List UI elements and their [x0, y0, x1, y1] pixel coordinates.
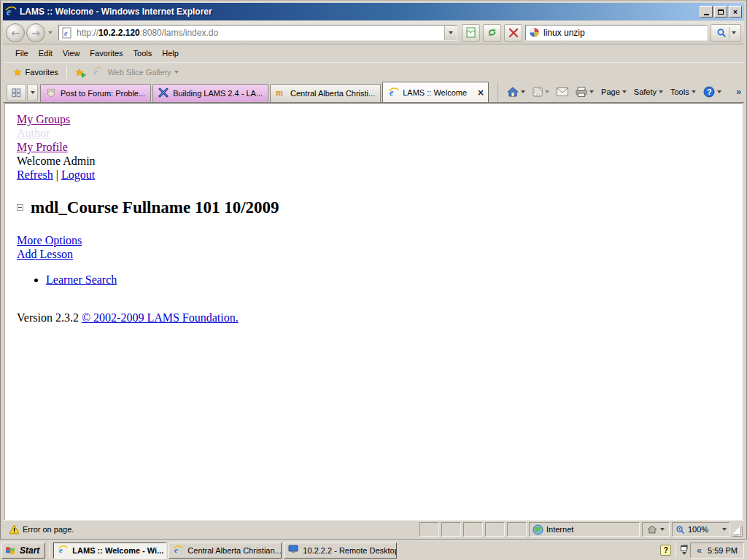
menu-edit[interactable]: Edit: [34, 47, 58, 60]
search-options-dropdown[interactable]: [732, 31, 736, 34]
taskbar-button-lams[interactable]: e LAMS :: Welcome - Wi...: [53, 542, 166, 559]
titlebar: e LAMS :: Welcome - Windows Internet Exp…: [3, 3, 744, 20]
printer-icon: [576, 87, 587, 97]
google-icon: [529, 27, 541, 39]
search-box[interactable]: linux unzip: [525, 25, 708, 41]
page-icon: e: [62, 27, 74, 39]
protected-mode-icon: [647, 525, 657, 534]
quick-tabs-button[interactable]: [7, 84, 26, 101]
version-text: Version 2.3.2: [17, 311, 79, 324]
zoom-control[interactable]: 100%: [672, 522, 730, 537]
learner-search-link[interactable]: Learner Search: [46, 273, 117, 286]
navigation-bar: ← → e http://10.2.2.120:8080/lams/index.…: [3, 21, 744, 44]
home-button[interactable]: [504, 85, 528, 99]
forum-page-icon: [46, 88, 58, 99]
svg-text:m: m: [276, 88, 283, 98]
version-line: Version 2.3.2 © 2002-2009 LAMS Foundatio…: [17, 311, 743, 324]
refresh-button[interactable]: [483, 24, 501, 42]
close-button[interactable]: ×: [729, 6, 742, 18]
ie-task-icon: e: [58, 545, 69, 556]
tray-expand-chevron[interactable]: «: [697, 545, 702, 556]
feeds-button[interactable]: [530, 85, 552, 99]
minimize-button[interactable]: [700, 6, 713, 18]
refresh-link[interactable]: Refresh: [17, 168, 53, 181]
menu-view[interactable]: View: [58, 47, 85, 60]
rss-icon: [533, 87, 543, 97]
stop-button[interactable]: [504, 24, 522, 42]
zoom-icon: [676, 525, 685, 534]
search-button[interactable]: [711, 24, 741, 42]
tab-close-icon[interactable]: ×: [477, 88, 484, 98]
safety-menu-button[interactable]: Safety: [631, 85, 666, 98]
clock: 5:59 PM: [708, 546, 738, 555]
logout-link[interactable]: Logout: [61, 168, 95, 181]
security-zone: Internet: [529, 522, 640, 537]
welcome-text: Welcome Admin: [17, 154, 743, 168]
add-lesson-link[interactable]: Add Lesson: [17, 248, 73, 260]
ie-task-icon: e: [173, 545, 185, 556]
taskbar-button-remote-desktop[interactable]: 10.2.2.2 - Remote Desktop: [284, 542, 397, 559]
my-groups-link[interactable]: My Groups: [17, 113, 70, 125]
help-icon: ?: [703, 86, 715, 98]
window-title: LAMS :: Welcome - Windows Internet Explo…: [20, 7, 700, 17]
tab-post-to-forum[interactable]: Post to Forum: Proble...: [40, 84, 151, 102]
ie-window: e LAMS :: Welcome - Windows Internet Exp…: [0, 0, 747, 540]
page-menu-button[interactable]: Page: [598, 85, 630, 98]
maximize-button[interactable]: [714, 6, 727, 18]
favorites-star-icon: ★: [13, 67, 23, 77]
favorites-bar: ★ Favorites ★ e Web Slice Gallery: [3, 62, 744, 82]
read-mail-button[interactable]: [554, 85, 571, 98]
globe-icon: [533, 524, 543, 535]
back-button[interactable]: ←: [6, 23, 25, 42]
tab-building-lams[interactable]: Building LAMS 2.4 - LA...: [152, 84, 268, 102]
menu-file[interactable]: File: [10, 47, 34, 60]
start-button[interactable]: Start: [1, 542, 45, 559]
add-favorite-star-icon: ★: [75, 67, 85, 77]
add-to-favorites-bar-button[interactable]: ★: [71, 66, 89, 79]
print-button[interactable]: [573, 85, 597, 99]
taskbar-button-central-alberta[interactable]: e Central Alberta Christian...: [169, 542, 282, 559]
course-heading: mdl_Course Fullname 101 10/2009: [17, 198, 743, 217]
tab-lams-welcome[interactable]: e LAMS :: Welcome ×: [382, 82, 489, 102]
collapse-icon[interactable]: [17, 204, 23, 211]
resize-grip[interactable]: [732, 526, 743, 537]
tab-central-alberta[interactable]: m Central Alberta Christi...: [270, 84, 381, 102]
more-options-link[interactable]: More Options: [17, 234, 82, 246]
tools-menu-button[interactable]: Tools: [667, 85, 699, 98]
menu-favorites[interactable]: Favorites: [85, 47, 128, 60]
command-bar: Page Safety Tools ? »: [498, 82, 744, 102]
zoom-level: 100%: [688, 525, 708, 534]
lams-logo-icon: [158, 88, 170, 99]
ie-logo-icon: e: [5, 6, 17, 18]
status-message: Error on page.: [6, 522, 417, 537]
windows-flag-icon: [5, 545, 17, 556]
home-icon: [507, 87, 519, 97]
address-bar[interactable]: e http://10.2.2.120:8080/lams/index.do: [58, 25, 457, 41]
protected-mode-button[interactable]: [642, 522, 670, 537]
address-dropdown-button[interactable]: [444, 26, 457, 40]
menu-tools[interactable]: Tools: [128, 47, 158, 60]
author-link[interactable]: Author: [17, 127, 50, 139]
command-overflow-chevron[interactable]: »: [736, 87, 744, 97]
tray-help-icon[interactable]: ?: [660, 545, 671, 556]
ie-small-icon: e: [93, 66, 104, 78]
desktop-screen: e LAMS :: Welcome - Windows Internet Exp…: [0, 0, 747, 560]
web-slice-gallery-button[interactable]: e Web Slice Gallery: [88, 65, 182, 79]
tab-list-dropdown-button[interactable]: [27, 84, 38, 101]
copyright-link[interactable]: © 2002-2009 LAMS Foundation.: [82, 311, 239, 324]
compatibility-view-button[interactable]: [462, 24, 480, 42]
menu-help[interactable]: Help: [157, 47, 184, 60]
moodle-icon: m: [276, 88, 287, 99]
page-content: My Groups Author My Profile Welcome Admi…: [4, 103, 743, 520]
clock-pane: « 5:59 PM: [690, 542, 744, 559]
help-button[interactable]: ?: [700, 84, 724, 100]
tray-window-icon[interactable]: [681, 545, 687, 555]
tab-bar: Post to Forum: Proble... Building LAMS 2…: [3, 82, 744, 103]
status-bar: Error on page. Internet 100%: [3, 520, 744, 538]
web-slice-dropdown: [174, 71, 179, 74]
warning-icon: [9, 524, 20, 534]
my-profile-link[interactable]: My Profile: [17, 141, 68, 153]
forward-button[interactable]: →: [26, 23, 45, 42]
favorites-button[interactable]: ★ Favorites: [9, 66, 63, 79]
recent-pages-dropdown[interactable]: [48, 31, 53, 34]
